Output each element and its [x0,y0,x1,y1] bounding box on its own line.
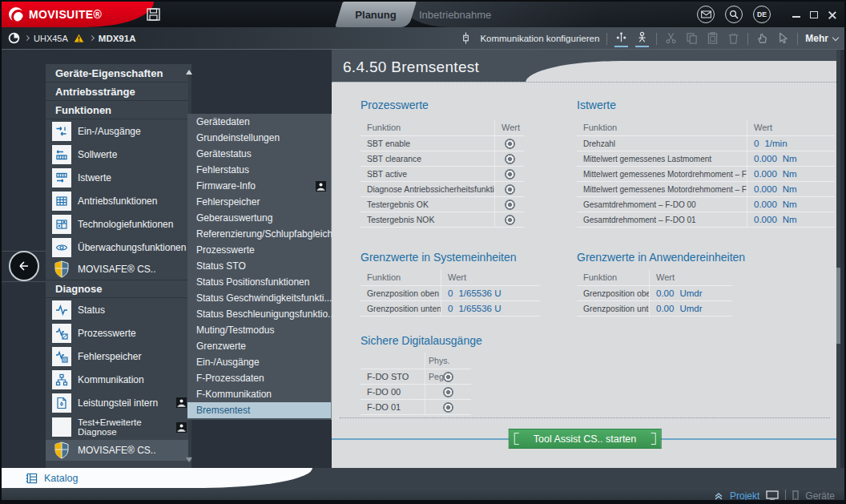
sidebar-item-technologiefunktionen[interactable]: Technologiefunktionen [46,212,191,236]
sidebar-item-kommunikation[interactable]: Kommunikation [46,368,191,391]
submenu-item-geberauswertung[interactable]: Geberauswertung [187,210,331,226]
pan-hand-icon[interactable] [755,32,769,46]
sidebar-item-test-erweiterte-diagnose[interactable]: Test+Erweiterte Diagnose [46,414,191,440]
submenu-item-prozesswerte[interactable]: Prozesswerte [187,242,331,258]
submenu-item-status-beschleunigungsfunktionen[interactable]: Status Beschleunigungsfunktio... [187,306,331,322]
submenu-item-bremsentest[interactable]: Bremsentest [187,402,331,418]
sidebar-item-movisafe-diagnose[interactable]: MOVISAFE® CS.. [46,440,191,461]
table-row-label: Testergebnis NOK [361,212,494,227]
submenu-item-status-geschwindigkeitsfunktionen[interactable]: Status Geschwindigkeitsfunkti... [187,290,331,306]
window-bottom-edge [2,500,844,502]
sidebar-item-movisafe-funktionen[interactable]: MOVISAFE® CS.. [46,259,191,280]
maximize-icon[interactable] [810,11,818,18]
sidebar-item-geraete-eigenschaften[interactable]: Geräte-Eigenschaften [46,64,191,83]
unit: Nm [783,184,797,194]
submenu-item-label: Muting/Testmodus [196,322,274,338]
copy-icon[interactable] [685,32,699,46]
scroll-up-icon[interactable] [186,67,192,75]
sidebar-item-ueberwachungsfunktionen[interactable]: Überwachungsfunktionen [46,236,191,259]
submenu-item-label: Gerätestatus [196,146,252,162]
more-button[interactable]: Mehr [805,33,838,44]
delete-icon[interactable] [727,32,740,46]
save-icon[interactable] [147,8,160,21]
prozesswerte-table: Funktion Wert SBT enable SBT clearance S… [361,119,524,228]
katalog-tab[interactable]: Katalog [2,468,312,488]
submenu-item-status-sto[interactable]: Status STO [187,258,331,274]
submenu-item-f-kommunikation[interactable]: F-Kommunikation [187,386,331,402]
search-icon[interactable] [725,6,743,23]
configure-communication-button[interactable]: Kommunikation konfigurieren [480,34,599,43]
column-header: Funktion [577,119,747,135]
sidebar-item-ein-ausgaenge[interactable]: Ein-/Ausgänge [46,119,191,143]
breadcrumb-device-uhx45a[interactable]: UHX45A [34,34,68,43]
chevron-down-icon [832,34,839,40]
language-button[interactable]: DE [753,6,771,23]
cut-icon[interactable] [664,32,678,46]
submenu-item-fehlerspeicher[interactable]: Fehlerspeicher [187,194,331,210]
scroll-down-icon[interactable] [186,458,192,466]
collapse-panel-button[interactable] [9,251,39,281]
sidebar-item-fehlerspeicher[interactable]: Fehlerspeicher [46,345,191,368]
table-row-label: Grenzposition oben [361,285,441,300]
sidebar-item-prozesswerte[interactable]: Prozesswerte [46,321,191,345]
minimize-icon[interactable] [792,16,800,18]
user-mode-icon[interactable] [635,30,649,47]
sidebar-section-diagnose[interactable]: Diagnose [46,280,191,298]
sidebar-item-leistungsteil-intern[interactable]: Leistungsteil intern [46,391,191,414]
submenu-item-f-prozessdaten[interactable]: F-Prozessdaten [187,370,331,386]
sidebar-item-status[interactable]: Status [46,298,191,321]
unit: 1/min [764,139,787,148]
submenu-item-grundeinstellungen[interactable]: Grundeinstellungen [187,130,331,146]
submenu-item-ein-ausgaenge[interactable]: Ein-/Ausgänge [187,354,331,370]
submenu-item-label: Geberauswertung [196,210,272,226]
toolbar-actions: Kommunikation konfigurieren [459,27,838,50]
submenu-item-label: Grundeinstellungen [196,130,280,146]
paste-icon[interactable] [706,32,719,46]
app-title: MOVISUITE® [29,8,102,21]
submenu-item-geraetestatus[interactable]: Gerätestatus [187,146,331,162]
user-badge-icon [176,397,187,408]
content-scrollbar[interactable] [836,50,840,468]
window-controls [792,10,836,19]
scrollbar-thumb[interactable] [836,268,840,344]
catalog-icon [26,473,38,484]
sidebar-item-istwerte[interactable]: Istwerte [46,166,191,189]
content-body: Prozesswerte Funktion Wert SBT enable SB… [332,82,838,468]
submenu-item-status-positionsfunktionen[interactable]: Status Positionsfunktionen [187,274,331,290]
expand-panel-icon[interactable] [714,491,723,501]
tab-inbetriebnahme[interactable]: Inbetriebnahme [419,2,491,27]
sidebar-section-funktionen[interactable]: Funktionen [46,101,191,119]
status-led-icon [505,154,515,164]
submenu-item-grenzwerte[interactable]: Grenzwerte [187,338,331,354]
toolbar: UHX45A MDX91A Kommunikation konfiguriere… [2,27,844,50]
tab-planung[interactable]: Planung [335,2,417,27]
sidebar-item-antriebsstraenge[interactable]: Antriebsstränge [46,83,191,101]
axis-tool-icon[interactable] [614,30,628,47]
project-root-icon[interactable] [8,32,20,44]
katalog-label: Katalog [44,473,78,484]
configure-communication-icon[interactable] [459,32,473,46]
breadcrumb-device-mdx91a[interactable]: MDX91A [99,34,136,43]
column-header: Wert [747,119,835,135]
submenu-item-fehlerstatus[interactable]: Fehlerstatus [187,162,331,178]
submenu-item-muting-testmodus[interactable]: Muting/Testmodus [187,322,331,338]
table-row-label: Gesamtdrehmoment – F-DO 01 [577,212,747,227]
table-row-value [425,399,471,414]
sidebar-item-label: Test+Erweiterte Diagnose [78,417,155,437]
table-row-value: 0.00Umdr [649,300,732,316]
submenu-item-referenzierung[interactable]: Referenzierung/Schlupfabgleich [187,226,331,242]
value: 0.000 [754,184,777,194]
submenu-item-firmware-info[interactable]: Firmware-Info [187,178,331,194]
tool-assist-start-button[interactable]: Tool Assist CS.. starten [509,429,662,449]
submenu-item-label: F-Kommunikation [196,386,272,402]
submenu-item-geraetedaten[interactable]: Gerätedaten [187,114,331,130]
select-cursor-icon[interactable] [776,32,790,46]
sidebar-item-antriebsfunktionen[interactable]: Antriebsfunktionen [46,189,191,212]
value: 0 [448,304,453,313]
sidebar-item-label: Fehlerspeicher [78,351,141,362]
message-icon[interactable] [697,6,715,23]
sidebar-item-sollwerte[interactable]: Sollwerte [46,143,191,166]
sidebar-item-label: Prozesswerte [78,328,136,339]
close-icon[interactable] [828,10,836,19]
column-header: Wert [649,269,732,285]
